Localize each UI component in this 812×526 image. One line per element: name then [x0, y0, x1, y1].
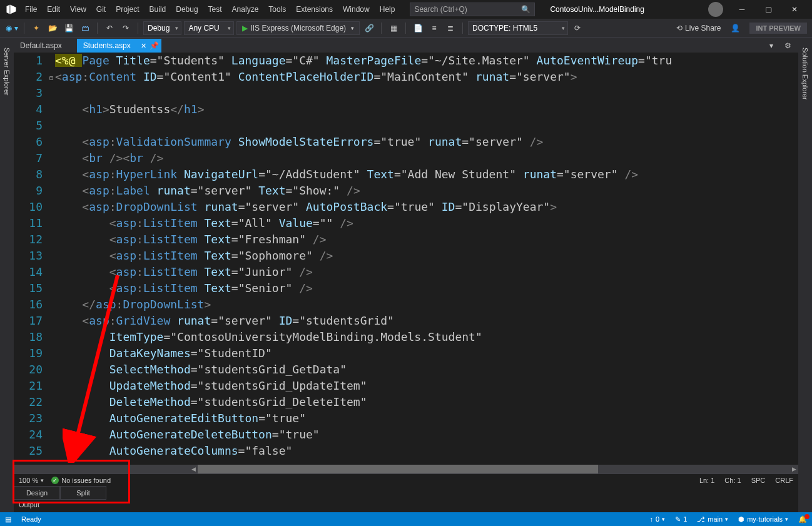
- fold-toggle[interactable]: [48, 86, 55, 103]
- open-button[interactable]: 📂: [46, 21, 59, 35]
- fold-toggle[interactable]: [48, 249, 55, 265]
- code-line[interactable]: <asp:ListItem Text="Senior" />: [55, 280, 798, 296]
- code-line[interactable]: AutoGenerateDeleteButton="true": [55, 427, 798, 443]
- tool-btn-2[interactable]: 📄: [411, 21, 425, 35]
- tool-btn-3[interactable]: ≡: [427, 21, 441, 35]
- pin-icon[interactable]: 📌: [150, 41, 159, 50]
- tool-btn-1[interactable]: ▦: [387, 21, 400, 35]
- fold-toggle[interactable]: [48, 428, 55, 444]
- code-line[interactable]: ItemType="ContosoUniversityModelBinding.…: [55, 329, 798, 345]
- fold-toggle[interactable]: [48, 379, 55, 395]
- repo-indicator[interactable]: ⬢my-tutorials▾: [738, 515, 788, 523]
- fold-toggle[interactable]: [48, 330, 55, 346]
- sidebar-solution-explorer[interactable]: Solution Explorer: [798, 43, 812, 512]
- fold-toggle[interactable]: [48, 265, 55, 281]
- code-line[interactable]: AutoGenerateEditButton="true": [55, 410, 798, 427]
- horizontal-scrollbar[interactable]: ◀ ▶: [14, 465, 798, 473]
- tool-btn-5[interactable]: ⟳: [571, 21, 584, 35]
- nav-back-button[interactable]: ◉ ▾: [5, 21, 19, 35]
- tab-default-aspx[interactable]: Default.aspx: [14, 39, 77, 53]
- tab-settings-icon[interactable]: ⚙: [781, 39, 794, 53]
- code-line[interactable]: <asp:DropDownList runat="server" AutoPos…: [55, 199, 798, 215]
- code-line[interactable]: <asp:ListItem Text="Freshman" />: [55, 231, 798, 248]
- code-line[interactable]: <asp:HyperLink NavigateUrl="~/AddStudent…: [55, 166, 798, 183]
- fold-toggle[interactable]: [48, 444, 55, 460]
- platform-combo[interactable]: Any CPU: [184, 21, 234, 35]
- sidebar-server-explorer[interactable]: Server Explorer: [0, 43, 13, 512]
- liveshare-button[interactable]: ⟲ Live Share: [671, 24, 726, 33]
- code-line[interactable]: <%@ Page Title="Students" Language="C#" …: [55, 53, 798, 69]
- fold-gutter[interactable]: ⊟: [48, 53, 55, 465]
- code-line[interactable]: DataKeyNames="StudentID": [55, 345, 798, 362]
- fold-toggle[interactable]: [48, 395, 55, 412]
- menu-help[interactable]: Help: [375, 3, 400, 16]
- close-button[interactable]: ✕: [782, 0, 807, 19]
- code-line[interactable]: DeleteMethod="studentsGrid_DeleteItem": [55, 394, 798, 410]
- fold-toggle[interactable]: [48, 363, 55, 379]
- fold-toggle[interactable]: [48, 168, 55, 184]
- configuration-combo[interactable]: Debug: [143, 21, 181, 35]
- fold-toggle[interactable]: [48, 184, 55, 200]
- new-item-button[interactable]: ✦: [29, 21, 43, 35]
- menu-analyze[interactable]: Analyze: [227, 3, 264, 16]
- code-line[interactable]: <asp:Label runat="server" Text="Show:" /…: [55, 183, 798, 199]
- menu-test[interactable]: Test: [203, 3, 227, 16]
- tab-dropdown[interactable]: ▾: [764, 39, 778, 53]
- doctype-combo[interactable]: DOCTYPE: HTML5: [468, 21, 568, 35]
- fold-toggle[interactable]: [48, 298, 55, 314]
- save-all-button[interactable]: 🗃: [78, 21, 92, 35]
- fold-toggle[interactable]: [48, 103, 55, 119]
- notifications-button[interactable]: 🔔: [798, 515, 807, 523]
- code-line[interactable]: <asp:ListItem Text="Sophomore" />: [55, 248, 798, 264]
- code-line[interactable]: [55, 118, 798, 134]
- fold-toggle[interactable]: [48, 119, 55, 135]
- scroll-thumb[interactable]: [198, 465, 598, 473]
- branch-indicator[interactable]: ⎇main▾: [697, 515, 728, 523]
- save-button[interactable]: 💾: [62, 21, 76, 35]
- fold-toggle[interactable]: [48, 281, 55, 298]
- fold-toggle[interactable]: [48, 200, 55, 216]
- code-content[interactable]: <%@ Page Title="Students" Language="C#" …: [55, 53, 798, 465]
- search-box[interactable]: Search (Ctrl+Q) 🔍: [410, 3, 535, 16]
- menu-window[interactable]: Window: [338, 3, 375, 16]
- undo-button[interactable]: ↶: [103, 21, 116, 35]
- code-line[interactable]: <br /><br />: [55, 150, 798, 166]
- output-icon[interactable]: ▤: [5, 515, 11, 523]
- minimize-button[interactable]: ─: [729, 0, 754, 19]
- run-button[interactable]: ▶ IIS Express (Microsoft Edge) ▾: [236, 21, 360, 35]
- code-line[interactable]: <asp:ListItem Text="All" Value="" />: [55, 215, 798, 231]
- menu-tools[interactable]: Tools: [263, 3, 291, 16]
- close-tab-icon[interactable]: ✕: [141, 42, 146, 50]
- sync-status[interactable]: ↑0▾: [650, 515, 666, 523]
- menu-build[interactable]: Build: [145, 3, 171, 16]
- redo-button[interactable]: ↷: [119, 21, 133, 35]
- fold-toggle[interactable]: ⊟: [48, 70, 55, 86]
- menu-project[interactable]: Project: [111, 3, 144, 16]
- menu-view[interactable]: View: [65, 3, 91, 16]
- code-line[interactable]: <asp:Content ID="Content1" ContentPlaceH…: [55, 69, 798, 85]
- fold-toggle[interactable]: [48, 216, 55, 233]
- code-editor[interactable]: 1234567891011121314151617181920212223242…: [14, 53, 798, 465]
- browser-link-button[interactable]: 🔗: [362, 21, 376, 35]
- maximize-button[interactable]: ▢: [756, 0, 781, 19]
- code-line[interactable]: <asp:ValidationSummary ShowModelStateErr…: [55, 134, 798, 150]
- fold-toggle[interactable]: [48, 314, 55, 330]
- menu-edit[interactable]: Edit: [42, 3, 65, 16]
- view-tab-design[interactable]: Design: [14, 486, 60, 500]
- code-line[interactable]: [55, 85, 798, 101]
- code-line[interactable]: AutoGenerateColumns="false": [55, 443, 798, 459]
- user-avatar[interactable]: [708, 2, 723, 17]
- menu-extensions[interactable]: Extensions: [291, 3, 338, 16]
- zoom-combo[interactable]: 100 % ▾: [19, 477, 44, 484]
- menu-file[interactable]: File: [20, 3, 42, 16]
- feedback-button[interactable]: 👤: [728, 21, 742, 35]
- code-line[interactable]: <asp:ListItem Text="Junior" />: [55, 264, 798, 280]
- code-line[interactable]: UpdateMethod="studentsGrid_UpdateItem": [55, 378, 798, 394]
- menu-git[interactable]: Git: [91, 3, 111, 16]
- fold-toggle[interactable]: [48, 233, 55, 249]
- view-tab-split[interactable]: Split: [60, 486, 106, 500]
- code-line[interactable]: SelectMethod="studentsGrid_GetData": [55, 362, 798, 378]
- code-line[interactable]: <asp:GridView runat="server" ID="student…: [55, 313, 798, 329]
- code-line[interactable]: </asp:DropDownList>: [55, 296, 798, 313]
- fold-toggle[interactable]: [48, 54, 55, 70]
